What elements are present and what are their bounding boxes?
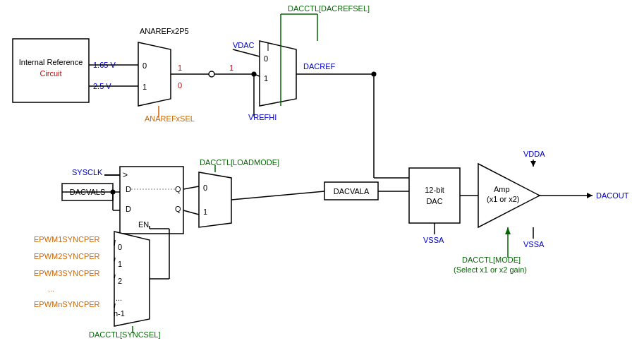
svg-line-161 bbox=[114, 258, 115, 261]
amp-label-line1: Amp bbox=[494, 185, 510, 193]
epwm-dots-label: ... bbox=[48, 284, 54, 293]
svg-line-140 bbox=[231, 191, 324, 200]
svg-line-162 bbox=[114, 275, 115, 278]
svg-line-114 bbox=[233, 49, 260, 56]
d-bot: D bbox=[126, 205, 131, 213]
dacout-label: DACOUT bbox=[596, 191, 629, 200]
vssa-dac-label: VSSA bbox=[423, 236, 444, 244]
svg-line-163 bbox=[114, 304, 115, 308]
svg-text:0: 0 bbox=[118, 243, 122, 251]
dacvala-label: DACVALA bbox=[334, 187, 370, 196]
svg-text:0: 0 bbox=[203, 184, 207, 192]
svg-text:1: 1 bbox=[178, 64, 182, 72]
svg-text:1: 1 bbox=[118, 260, 122, 268]
anarefxsel-label: ANAREFxSEL bbox=[145, 114, 195, 123]
svg-marker-153 bbox=[505, 227, 511, 234]
internal-ref-title: Internal Reference bbox=[19, 58, 83, 66]
svg-text:0: 0 bbox=[264, 54, 268, 63]
dacctl-dacrefsel-label: DACCTL[DACREFSEL] bbox=[288, 4, 370, 13]
amp-label-line2: (x1 or x2) bbox=[487, 195, 519, 203]
svg-marker-148 bbox=[530, 161, 536, 167]
svg-marker-151 bbox=[587, 193, 593, 198]
dacref-label: DACREF bbox=[303, 62, 336, 71]
svg-rect-143 bbox=[409, 168, 460, 223]
vrefhi-label: VREFHI bbox=[248, 113, 277, 121]
dacctl-loadmode-label: DACCTL[LOADMODE] bbox=[200, 158, 279, 167]
vdac-label: VDAC bbox=[233, 41, 255, 49]
svg-text:1: 1 bbox=[142, 83, 147, 91]
q-bot: Q bbox=[175, 205, 181, 213]
svg-point-103 bbox=[209, 71, 214, 77]
internal-ref-subtitle: Circuit bbox=[40, 69, 61, 78]
en-label: EN bbox=[138, 220, 149, 229]
vssa-amp-label: VSSA bbox=[523, 240, 545, 248]
svg-text:1: 1 bbox=[264, 74, 268, 83]
svg-marker-99 bbox=[138, 42, 171, 106]
svg-line-160 bbox=[114, 240, 115, 246]
svg-text:0: 0 bbox=[142, 61, 147, 70]
clock-symbol: > bbox=[123, 170, 128, 180]
d-top: D bbox=[126, 185, 131, 193]
diagram-container: Internal Reference Circuit 1.65 V 2.5 V … bbox=[0, 0, 644, 360]
epwm3-label: EPWM3SYNCPER bbox=[34, 269, 100, 277]
circuit-diagram-clean: Internal Reference Circuit 1.65 V 2.5 V … bbox=[0, 0, 644, 360]
svg-text:2: 2 bbox=[118, 277, 122, 285]
svg-text:1: 1 bbox=[229, 64, 233, 72]
epwmn-label: EPWMnSYNCPER bbox=[34, 300, 100, 308]
vdda-label: VDDA bbox=[523, 150, 545, 158]
svg-marker-134 bbox=[199, 172, 231, 227]
q-top: Q bbox=[175, 185, 181, 193]
dac-label-line1: 12-bit bbox=[425, 186, 444, 194]
svg-text:1: 1 bbox=[203, 208, 207, 216]
svg-text:...: ... bbox=[116, 294, 122, 302]
svg-text:0: 0 bbox=[178, 81, 182, 90]
svg-rect-125 bbox=[120, 167, 183, 234]
epwm1-label: EPWM1SYNCPER bbox=[34, 235, 100, 244]
epwm2-label: EPWM2SYNCPER bbox=[34, 252, 100, 260]
sysclk-label: SYSCLK bbox=[72, 168, 103, 176]
dac-label-line2: DAC bbox=[426, 197, 442, 205]
svg-marker-111 bbox=[260, 41, 296, 106]
select-gain-label: (Select x1 or x2 gain) bbox=[454, 265, 527, 274]
dacctl-syncsel-label: DACCTL[SYNCSEL] bbox=[89, 330, 160, 339]
svg-text:n-1: n-1 bbox=[114, 309, 125, 318]
anarefx2p5-label: ANAREFx2P5 bbox=[140, 27, 189, 35]
dacctl-mode-label: DACCTL[MODE] bbox=[462, 256, 521, 264]
svg-line-137 bbox=[183, 186, 199, 189]
svg-line-138 bbox=[183, 210, 199, 215]
